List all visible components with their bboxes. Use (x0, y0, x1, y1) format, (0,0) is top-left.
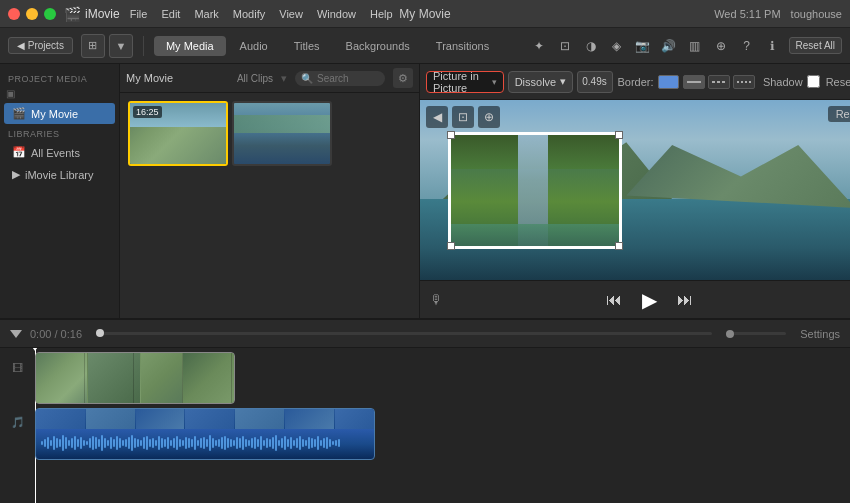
pip-handle-bottom-right[interactable] (615, 242, 623, 250)
waveform-bar (185, 437, 187, 449)
waveform-bar (263, 440, 265, 446)
media-settings-button[interactable]: ⚙ (393, 68, 413, 88)
waveform-bar (95, 437, 97, 449)
minimize-button[interactable] (26, 8, 38, 20)
waveform-bar (176, 436, 178, 450)
border-color-swatch[interactable] (658, 75, 679, 89)
menu-bar[interactable]: File Edit Mark Modify View Window Help (130, 8, 393, 20)
pip-overlay[interactable] (448, 132, 622, 249)
media-thumb-0[interactable]: 16:25 (128, 101, 228, 166)
border-line-styles (683, 75, 755, 89)
search-input[interactable] (317, 73, 377, 84)
grid-view-button[interactable]: ⊞ (81, 34, 105, 58)
waveform-bar (230, 439, 232, 447)
waveform-bar (257, 439, 259, 447)
shadow-checkbox[interactable] (807, 75, 820, 88)
search-box[interactable]: 🔍 (295, 71, 385, 86)
play-button[interactable]: ▶ (642, 288, 657, 312)
bar-chart-icon[interactable]: ▥ (685, 36, 705, 56)
tab-my-media[interactable]: My Media (154, 36, 226, 56)
waveform-bar (275, 435, 277, 451)
main-area: PROJECT MEDIA ▣ 🎬 My Movie LIBRARIES 📅 A… (0, 64, 850, 318)
username: toughouse (791, 8, 842, 20)
zoom-handle[interactable] (726, 330, 734, 338)
sidebar-item-imovie-library[interactable]: ▶ iMovie Library (4, 164, 115, 185)
question-icon[interactable]: ? (737, 36, 757, 56)
waveform-bar (62, 435, 64, 451)
reset-all-button[interactable]: Reset All (789, 37, 842, 54)
tab-audio[interactable]: Audio (228, 36, 280, 56)
timeline-settings-button[interactable]: Settings (800, 328, 840, 340)
video-icon[interactable]: 📷 (633, 36, 653, 56)
tab-transitions[interactable]: Transitions (424, 36, 501, 56)
timeline-scrubber[interactable] (96, 332, 712, 335)
pip-chevron-icon: ▾ (492, 77, 497, 87)
sidebar-item-all-events[interactable]: 📅 All Events (4, 142, 115, 163)
timeline-body: 🎞 🎵 (0, 348, 850, 503)
canvas-controls-reset-button[interactable]: Reset (826, 76, 850, 88)
dissolve-dropdown[interactable]: Dissolve ▾ (508, 71, 574, 93)
pip-handle-bottom-left[interactable] (447, 242, 455, 250)
waveform-bar (317, 436, 319, 450)
waveform-bar (233, 440, 235, 446)
pip-handle-top-right[interactable] (615, 131, 623, 139)
skip-back-button[interactable]: ⏮ (606, 291, 622, 309)
sidebar-item-my-movie[interactable]: 🎬 My Movie (4, 103, 115, 124)
waveform-bar (305, 440, 307, 446)
canvas-area: Picture in Picture ▾ Dissolve ▾ 0.49s Bo… (420, 64, 850, 318)
line-style-dashed[interactable] (708, 75, 730, 89)
close-button[interactable] (8, 8, 20, 20)
sidebar-section-libraries: LIBRARIES (0, 125, 119, 141)
canvas-reset-button[interactable]: Reset (828, 106, 850, 122)
down-arrow-button[interactable]: ▼ (109, 34, 133, 58)
filter-icon[interactable]: ◈ (607, 36, 627, 56)
menu-file[interactable]: File (130, 8, 148, 20)
canvas-fit-button[interactable]: ⊡ (452, 106, 474, 128)
video-clip-track[interactable] (35, 352, 235, 404)
waveform-bar (224, 436, 226, 450)
microphone-icon[interactable]: 🎙 (430, 292, 443, 307)
waveform-bar (248, 440, 250, 446)
imovie-icon: 🎬 (64, 6, 81, 22)
canvas-zoom-button[interactable]: ⊕ (478, 106, 500, 128)
waveform-bar (221, 437, 223, 449)
skip-forward-button[interactable]: ⏭ (677, 291, 693, 309)
audio-clip-track[interactable] (35, 408, 375, 460)
media-thumb-1[interactable] (232, 101, 332, 166)
waveform-bar (77, 439, 79, 447)
tab-backgrounds[interactable]: Backgrounds (334, 36, 422, 56)
crop-icon[interactable]: ⊡ (555, 36, 575, 56)
info-icon[interactable]: ℹ (763, 36, 783, 56)
waveform-bar (92, 436, 94, 450)
menu-view[interactable]: View (279, 8, 303, 20)
tab-titles[interactable]: Titles (282, 36, 332, 56)
waveform-bar (107, 440, 109, 446)
maximize-button[interactable] (44, 8, 56, 20)
waveform-bar (323, 438, 325, 448)
timeline-header: 0:00 / 0:16 Settings (0, 320, 850, 348)
line-style-dotted[interactable] (733, 75, 755, 89)
waveform-bar (296, 438, 298, 448)
menu-window[interactable]: Window (317, 8, 356, 20)
border-label: Border: (617, 76, 653, 88)
scrubber-handle[interactable] (96, 329, 104, 337)
timeline: 0:00 / 0:16 Settings 🎞 🎵 (0, 318, 850, 503)
line-style-solid[interactable] (683, 75, 705, 89)
magic-wand-icon[interactable]: ✦ (529, 36, 549, 56)
color-icon[interactable]: ◑ (581, 36, 601, 56)
menu-mark[interactable]: Mark (194, 8, 218, 20)
pip-handle-top-left[interactable] (447, 131, 455, 139)
speedometer-icon[interactable]: ⊕ (711, 36, 731, 56)
pip-dropdown[interactable]: Picture in Picture ▾ (426, 71, 504, 93)
projects-back-button[interactable]: ◀ Projects (8, 37, 73, 54)
duration-field[interactable]: 0.49s (577, 71, 613, 93)
waveform-bar (188, 438, 190, 448)
zoom-slider[interactable] (726, 332, 786, 335)
menu-help[interactable]: Help (370, 8, 393, 20)
menu-modify[interactable]: Modify (233, 8, 265, 20)
waveform-bar (206, 439, 208, 447)
menu-edit[interactable]: Edit (161, 8, 180, 20)
audio-icon[interactable]: 🔊 (659, 36, 679, 56)
waveform-bar (140, 440, 142, 446)
canvas-back-button[interactable]: ◀ (426, 106, 448, 128)
